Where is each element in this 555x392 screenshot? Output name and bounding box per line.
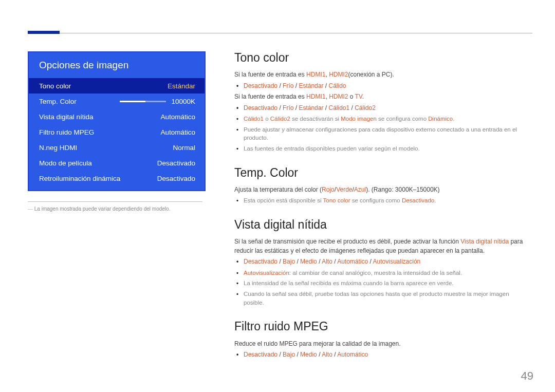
heading-filtro-mpeg: Filtro ruido MPEG bbox=[234, 318, 528, 335]
row-label: Retroiluminación dinámica bbox=[39, 175, 157, 182]
heading-tono-color: Tono color bbox=[234, 49, 528, 66]
list-item: Desactivado / Bajo / Medio / Alto / Auto… bbox=[244, 257, 528, 266]
section-filtro-mpeg: Filtro ruido MPEG Reduce el ruido MPEG p… bbox=[234, 318, 528, 359]
panel-row-retroiluminacion[interactable]: Retroiluminación dinámica Desactivado bbox=[29, 171, 205, 186]
text: Reduce el ruido MPEG para mejorar la cal… bbox=[234, 340, 528, 348]
heading-temp-color: Temp. Color bbox=[234, 164, 528, 181]
panel-caption-rule bbox=[28, 201, 202, 202]
options-list: Desactivado / Frío / Estándar / Cálido bbox=[244, 82, 528, 90]
row-value: Automático bbox=[160, 113, 195, 121]
row-label: N.neg HDMI bbox=[39, 144, 173, 152]
text: Si la fuente de entrada es HDMI1, HDMI2 … bbox=[234, 92, 528, 101]
text: Si la fuente de entrada es HDMI1, HDMI2(… bbox=[234, 70, 528, 79]
list-item: Desactivado / Frío / Estándar / Cálido1 … bbox=[244, 104, 528, 113]
slider-fill bbox=[120, 101, 145, 102]
row-value: Automático bbox=[160, 128, 195, 136]
list-item: Puede ajustar y almacenar configuracione… bbox=[244, 125, 528, 142]
list-item: Cuando la señal sea débil, pruebe todas … bbox=[244, 290, 528, 307]
list-item: Esta opción está disponible si Tono colo… bbox=[244, 196, 528, 205]
section-tono-color: Tono color Si la fuente de entrada es HD… bbox=[234, 49, 528, 153]
row-label: Modo de película bbox=[39, 159, 157, 167]
row-label: Temp. Color bbox=[39, 98, 120, 105]
settings-panel: Opciones de imagen Tono color Estándar T… bbox=[28, 51, 206, 191]
notes-list: Esta opción está disponible si Tono colo… bbox=[244, 196, 528, 205]
panel-row-temp-color[interactable]: Temp. Color 10000K bbox=[29, 94, 205, 109]
options-list: Desactivado / Bajo / Medio / Alto / Auto… bbox=[244, 257, 528, 266]
list-item: Autovisualización: al cambiar de canal a… bbox=[244, 269, 528, 277]
notes-list: Autovisualización: al cambiar de canal a… bbox=[244, 269, 528, 307]
temp-color-slider[interactable] bbox=[120, 101, 166, 102]
panel-row-vista-digital[interactable]: Vista digital nítida Automático bbox=[29, 109, 205, 124]
row-value: 10000K bbox=[171, 98, 195, 105]
notes-list: Cálido1 o Cálido2 se desactivarán si Mod… bbox=[244, 115, 528, 153]
row-value: Desactivado bbox=[157, 175, 195, 182]
row-label: Filtro ruido MPEG bbox=[39, 128, 160, 136]
row-value: Desactivado bbox=[157, 159, 195, 167]
heading-vista-digital: Vista digital nítida bbox=[234, 216, 528, 233]
top-rule bbox=[28, 33, 532, 33]
text: Si la señal de transmisión que recibe el… bbox=[234, 237, 528, 255]
list-item: Desactivado / Frío / Estándar / Cálido bbox=[244, 82, 528, 90]
list-item: Las fuentes de entrada disponibles puede… bbox=[244, 144, 528, 153]
options-list: Desactivado / Bajo / Medio / Alto / Auto… bbox=[244, 350, 528, 359]
text: Ajusta la temperatura del color (Rojo/Ve… bbox=[234, 185, 528, 194]
panel-row-tono-color[interactable]: Tono color Estándar bbox=[29, 78, 205, 94]
panel-row-filtro-mpeg[interactable]: Filtro ruido MPEG Automático bbox=[29, 124, 205, 140]
panel-title: Opciones de imagen bbox=[29, 52, 205, 78]
section-vista-digital: Vista digital nítida Si la señal de tran… bbox=[234, 216, 528, 307]
panel-row-modo-pelicula[interactable]: Modo de película Desactivado bbox=[29, 155, 205, 171]
panel-footer bbox=[29, 186, 205, 190]
row-label: Vista digital nítida bbox=[39, 113, 160, 121]
settings-panel-column: Opciones de imagen Tono color Estándar T… bbox=[28, 51, 218, 212]
row-value: Estándar bbox=[168, 82, 195, 90]
list-item: Cálido1 o Cálido2 se desactivarán si Mod… bbox=[244, 115, 528, 123]
row-value: Normal bbox=[173, 144, 195, 152]
section-temp-color: Temp. Color Ajusta la temperatura del co… bbox=[234, 164, 528, 205]
list-item: Desactivado / Bajo / Medio / Alto / Auto… bbox=[244, 350, 528, 359]
content-column: Tono color Si la fuente de entrada es HD… bbox=[234, 49, 528, 370]
top-accent bbox=[28, 31, 60, 34]
row-label: Tono color bbox=[39, 82, 168, 90]
panel-caption: La imagen mostrada puede variar dependie… bbox=[28, 206, 218, 212]
page-number: 49 bbox=[521, 369, 533, 383]
options-list: Desactivado / Frío / Estándar / Cálido1 … bbox=[244, 104, 528, 113]
list-item: La intensidad de la señal recibida es má… bbox=[244, 279, 528, 288]
panel-row-nneg-hdmi[interactable]: N.neg HDMI Normal bbox=[29, 140, 205, 155]
